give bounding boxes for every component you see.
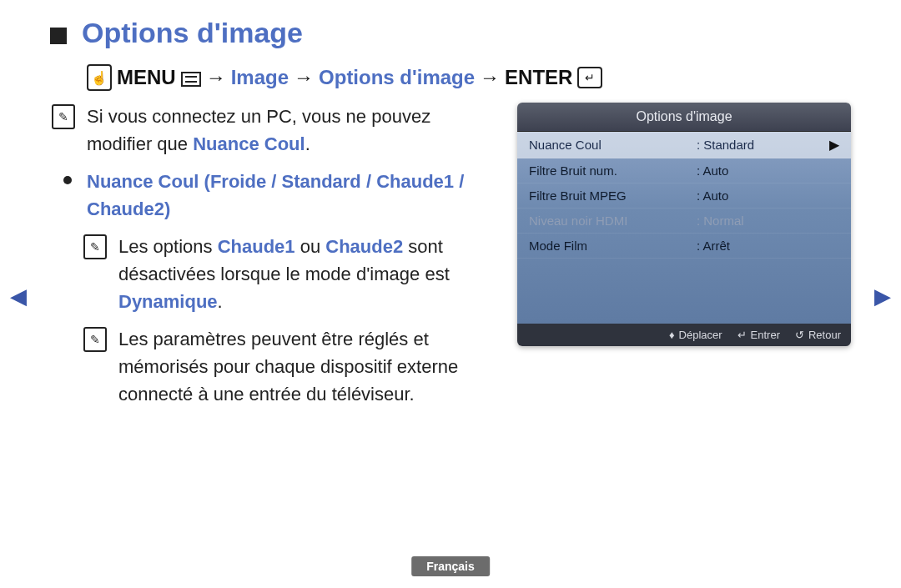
updown-icon: ♦ [669,329,675,341]
note-2-b: Chaude1 [218,236,295,257]
note-1-text-c: . [305,133,310,154]
enter-label: ENTER [505,66,572,89]
osd-footer-return: ↺Retour [795,329,841,341]
section-marker-icon [50,28,67,44]
osd-panel: Options d'image Nuance Coul : Standard ▶… [517,103,851,346]
arrow-icon: → [480,66,500,89]
osd-footer: ♦Déplacer ↵Entrer ↺Retour [517,324,851,346]
osd-row-label: Niveau noir HDMI [529,214,697,228]
note-3: ✎ Les paramètres peuvent être réglés et … [118,325,497,408]
note-3-text: Les paramètres peuvent être réglés et mé… [118,329,458,405]
bullet-icon [63,176,72,184]
osd-row-filtre-bruit-num[interactable]: Filtre Bruit num. : Auto [517,158,851,183]
enter-small-icon: ↵ [737,329,747,341]
osd-row-label: Filtre Bruit MPEG [529,188,697,203]
note-1: ✎ Si vous connectez un PC, vous ne pouve… [87,103,497,158]
text-column: ✎ Si vous connectez un PC, vous ne pouve… [50,103,497,418]
osd-row-label: Nuance Coul [529,138,697,152]
breadcrumb-options: Options d'image [319,66,475,89]
osd-row-label: Filtre Bruit num. [529,163,697,178]
note-2-c: ou [295,236,326,257]
note-2: ✎ Les options Chaude1 ou Chaude2 sont dé… [118,233,497,315]
note-icon: ✎ [83,234,107,259]
page-title: Options d'image [82,17,303,49]
osd-row-nuance-coul[interactable]: Nuance Coul : Standard ▶ [517,132,851,158]
title-row: Options d'image [50,17,851,49]
section-heading-text: Nuance Coul (Froide / Standard / Chaude1… [87,171,464,219]
nav-prev-button[interactable]: ◀ [10,284,27,309]
note-icon: ✎ [52,104,75,129]
section-heading: Nuance Coul (Froide / Standard / Chaude1… [87,168,497,223]
osd-footer-enter: ↵Entrer [737,329,780,341]
osd-row-label: Mode Film [529,239,697,253]
osd-row-mode-film[interactable]: Mode Film : Arrêt [517,234,851,259]
osd-row-value: : Auto [697,188,839,203]
arrow-icon: → [206,66,226,89]
osd-row-niveau-noir-hdmi: Niveau noir HDMI : Normal [517,209,851,234]
menu-label: MENU [117,66,176,89]
note-2-a: Les options [118,236,218,257]
enter-icon: ↵ [577,67,602,88]
osd-row-filtre-bruit-mpeg[interactable]: Filtre Bruit MPEG : Auto [517,183,851,209]
osd-body: Nuance Coul : Standard ▶ Filtre Bruit nu… [517,132,851,324]
content-row: ✎ Si vous connectez un PC, vous ne pouve… [50,103,851,418]
hand-icon: ☝ [87,64,112,91]
note-2-f: Dynamique [118,291,218,312]
arrow-icon: → [294,66,314,89]
return-icon: ↺ [795,329,804,341]
osd-row-value: : Arrêt [697,239,839,253]
note-2-d: Chaude2 [325,236,403,257]
osd-row-value: : Standard [697,138,829,152]
chevron-right-icon: ▶ [829,137,839,153]
note-icon: ✎ [83,327,107,352]
osd-row-value: : Auto [697,163,839,178]
note-2-g: . [218,291,223,312]
breadcrumb-image: Image [231,66,289,89]
osd-row-value: : Normal [697,214,839,228]
breadcrumb: ☝ MENU → Image → Options d'image → ENTER… [87,64,851,91]
osd-footer-move: ♦Déplacer [669,329,722,341]
menu-icon [181,72,201,87]
language-badge: Français [411,556,490,576]
note-1-text-b: Nuance Coul [193,133,305,154]
page: Options d'image ☝ MENU → Image → Options… [0,0,901,588]
nav-next-button[interactable]: ▶ [874,284,891,309]
osd-title: Options d'image [517,103,851,132]
